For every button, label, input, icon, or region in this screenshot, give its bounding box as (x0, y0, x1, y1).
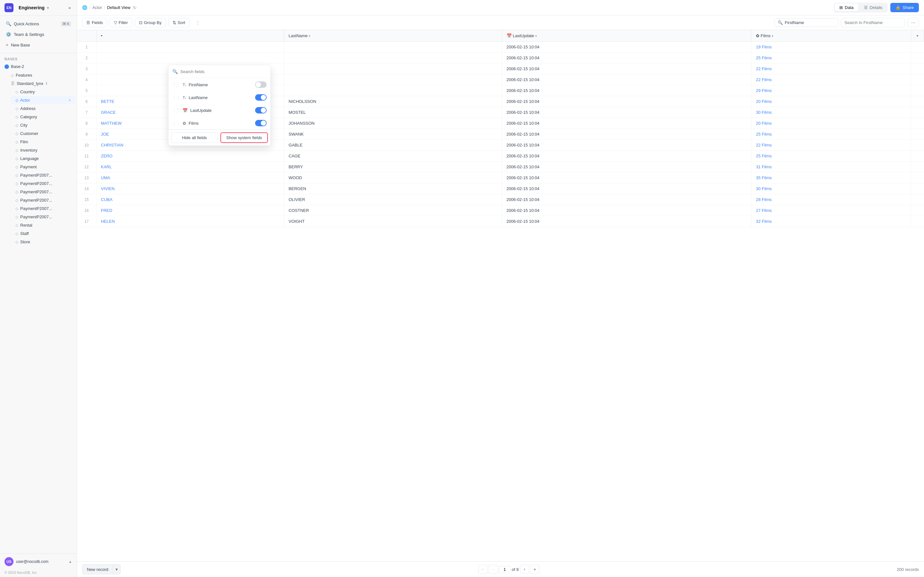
drag-handle-icon[interactable]: ⋮⋮ (172, 82, 180, 87)
new-record-dropdown-icon[interactable]: ▾ (113, 564, 120, 574)
subtable-inventory[interactable]: ◇ Inventory (11, 146, 75, 154)
first-page-button[interactable]: « (478, 565, 487, 574)
cell-firstname[interactable]: FRED (96, 205, 284, 216)
sidebar: EN Engineering ▾ « 🔍 Quick Actions ⌘ K ⚙… (0, 0, 77, 577)
fields-button[interactable]: ☰ Fields (82, 18, 107, 27)
more-toolbar-button[interactable]: ⋮ (192, 18, 204, 27)
table-header-row: • LastName ▾ 📅 LastUpdate ▾ ✿ Films ▾ (77, 30, 924, 42)
new-record-button[interactable]: New record (82, 565, 113, 574)
subtable-address[interactable]: ◇ Address (11, 105, 75, 113)
lastupdate-toggle[interactable] (255, 107, 267, 113)
cell-firstname[interactable] (96, 42, 284, 53)
fields-search-input[interactable] (180, 69, 267, 74)
tab-data[interactable]: ⊞ Data (835, 3, 858, 11)
workspace-badge: EN (5, 3, 13, 12)
table-item-standard-lynx[interactable]: 🗄 Standard_lynx ℹ (6, 79, 75, 87)
group-by-button[interactable]: ⊡ Group By (135, 18, 166, 27)
subtable-film[interactable]: ◇ Film (11, 138, 75, 146)
cell-firstname[interactable]: ZERO (96, 151, 284, 161)
table-item-features[interactable]: ◇ Features (6, 71, 75, 79)
workspace-selector[interactable]: EN Engineering ▾ (5, 3, 49, 12)
cell-firstname[interactable]: HELEN (96, 216, 284, 227)
row-number: 12 (77, 161, 96, 172)
col-add[interactable]: + (911, 30, 924, 42)
subtable-paymentp4[interactable]: ◇ PaymentP2007... (11, 196, 75, 204)
user-menu-chevron-icon[interactable]: ▲ (68, 559, 72, 564)
drag-handle-icon[interactable]: ⋮⋮ (172, 121, 180, 125)
show-system-fields-button[interactable]: Show system fields (220, 132, 268, 143)
sort-button[interactable]: ⇅ Sort (168, 18, 190, 27)
cell-films[interactable]: 22 Films (751, 63, 911, 74)
lastname-toggle[interactable] (255, 94, 267, 101)
cell-films[interactable]: 31 Films (751, 161, 911, 172)
sidebar-item-team-settings[interactable]: ⚙️ Team & Settings (1, 29, 75, 39)
col-films[interactable]: ✿ Films ▾ (751, 30, 911, 42)
last-page-button[interactable]: » (530, 565, 540, 574)
sidebar-item-new-base[interactable]: + New Base (1, 40, 75, 50)
share-button[interactable]: 🔒 Share (890, 3, 919, 12)
col-lastname[interactable]: LastName ▾ (284, 30, 502, 42)
subtable-store[interactable]: ◇ Store (11, 238, 75, 246)
subtable-customer[interactable]: ◇ Customer (11, 129, 75, 137)
subtable-paymentp2[interactable]: ◇ PaymentP2007... (11, 179, 75, 187)
subtable-paymentp6[interactable]: ◇ PaymentP2007... (11, 213, 75, 221)
sidebar-item-quick-actions[interactable]: 🔍 Quick Actions ⌘ K (1, 19, 75, 29)
cell-films[interactable]: 25 Films (751, 129, 911, 140)
page-number-input[interactable] (499, 566, 510, 573)
breadcrumb-view: Default View (107, 5, 131, 10)
cell-films[interactable]: 29 Films (751, 85, 911, 96)
subtable-country[interactable]: ◇ Country (11, 88, 75, 96)
drag-handle-icon[interactable]: ⋮⋮ (172, 95, 180, 100)
cell-firstname[interactable] (96, 53, 284, 63)
cell-films[interactable]: 28 Films (751, 194, 911, 205)
row-number: 11 (77, 151, 96, 161)
cell-films[interactable]: 27 Films (751, 205, 911, 216)
cell-films[interactable]: 25 Films (751, 151, 911, 161)
col-row-num (77, 30, 96, 42)
cell-films[interactable]: 25 Films (751, 53, 911, 63)
cell-films[interactable]: 20 Films (751, 96, 911, 107)
cell-films[interactable]: 30 Films (751, 183, 911, 194)
cell-firstname[interactable]: VIVIEN (96, 183, 284, 194)
table-name: Category (20, 114, 37, 119)
subtable-category[interactable]: ◇ Category (11, 113, 75, 121)
base-item-base2[interactable]: Base-2 (0, 62, 77, 71)
search-input[interactable] (841, 18, 905, 27)
sidebar-collapse-button[interactable]: « (67, 4, 72, 11)
hide-all-fields-button[interactable]: Hide all fields (171, 132, 218, 143)
cell-lastname (284, 74, 502, 85)
subtable-payment[interactable]: ◇ Payment (11, 163, 75, 171)
drag-handle-icon[interactable]: ⋮⋮ (172, 108, 180, 113)
subtable-staff[interactable]: ◇ Staff (11, 229, 75, 237)
add-table-icon[interactable]: + (68, 98, 71, 103)
row-number: 5 (77, 85, 96, 96)
subtable-actor[interactable]: ◇ Actor + (11, 96, 75, 104)
cell-films[interactable]: 35 Films (751, 172, 911, 183)
cell-firstname[interactable]: KARL (96, 161, 284, 172)
cell-films[interactable]: 19 Films (751, 42, 911, 53)
subtable-rental[interactable]: ◇ Rental (11, 221, 75, 229)
options-button[interactable]: ⋯ (908, 18, 919, 27)
cell-films[interactable]: 32 Films (751, 216, 911, 227)
next-page-button[interactable]: › (520, 565, 529, 574)
cell-lastupdate: 2006-02-15 10:04 (502, 205, 751, 216)
films-toggle[interactable] (255, 120, 267, 126)
col-lastupdate[interactable]: 📅 LastUpdate ▾ (502, 30, 751, 42)
filter-button[interactable]: ▽ Filter (110, 18, 132, 27)
cell-films[interactable]: 22 Films (751, 140, 911, 151)
cell-firstname[interactable]: UMA (96, 172, 284, 183)
cell-films[interactable]: 22 Films (751, 74, 911, 85)
subtable-city[interactable]: ◇ City (11, 121, 75, 129)
subtable-paymentp1[interactable]: ◇ PaymentP2007... (11, 171, 75, 179)
subtable-language[interactable]: ◇ Language (11, 155, 75, 163)
cell-films[interactable]: 30 Films (751, 107, 911, 118)
page-of-label: of 8 (512, 567, 519, 572)
prev-page-button[interactable]: ‹ (489, 565, 498, 574)
refresh-icon[interactable]: ↻ (133, 5, 137, 10)
tab-details[interactable]: ☰ Details (859, 3, 887, 11)
cell-firstname[interactable]: CUBA (96, 194, 284, 205)
subtable-paymentp5[interactable]: ◇ PaymentP2007... (11, 205, 75, 213)
firstname-toggle[interactable] (255, 81, 267, 88)
subtable-paymentp3[interactable]: ◇ PaymentP2007... (11, 188, 75, 196)
cell-films[interactable]: 20 Films (751, 118, 911, 129)
